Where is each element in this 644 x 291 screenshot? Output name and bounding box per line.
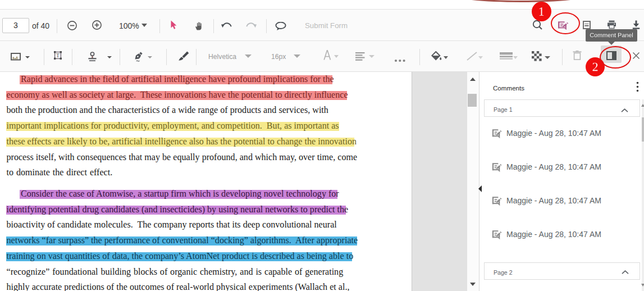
svg-text:T: T: [56, 52, 60, 58]
